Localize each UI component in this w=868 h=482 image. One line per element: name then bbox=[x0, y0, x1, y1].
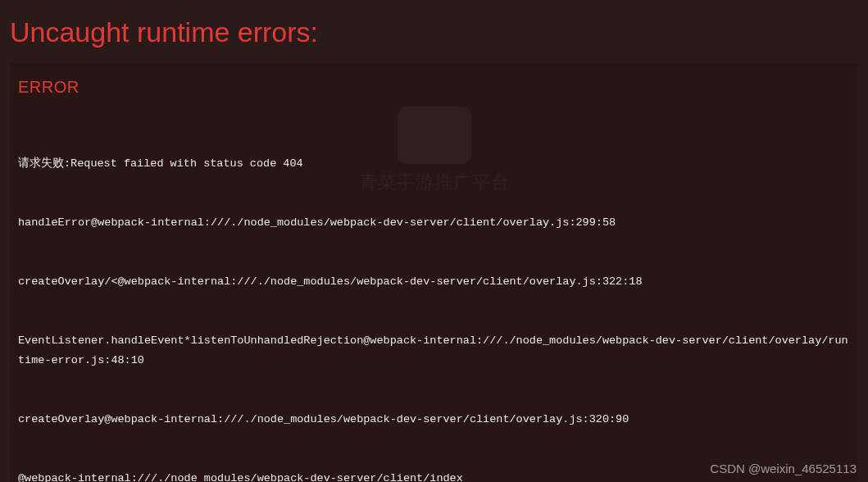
stack-line: EventListener.handleEvent*listenToUnhand… bbox=[18, 331, 850, 371]
stack-line: createOverlay/<@webpack-internal:///./no… bbox=[18, 272, 850, 292]
stack-trace: 请求失败:Request failed with status code 404… bbox=[18, 115, 850, 482]
stack-line: 请求失败:Request failed with status code 404 bbox=[18, 154, 850, 174]
error-panel: ERROR 请求失败:Request failed with status co… bbox=[10, 63, 858, 482]
stack-line: handleError@webpack-internal:///./node_m… bbox=[18, 213, 850, 233]
page-title: Uncaught runtime errors: bbox=[0, 0, 868, 63]
attribution-text: CSDN @weixin_46525113 bbox=[710, 462, 857, 475]
error-heading: ERROR bbox=[18, 78, 850, 97]
stack-line: createOverlay@webpack-internal:///./node… bbox=[18, 410, 850, 430]
